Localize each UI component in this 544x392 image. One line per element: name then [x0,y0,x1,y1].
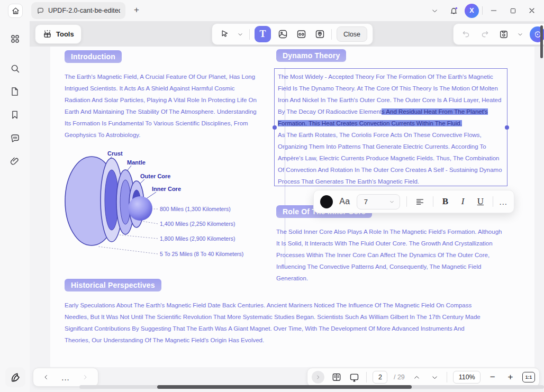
nav-more-button[interactable]: ... [60,372,71,382]
titlebar-dropdown-button[interactable] [427,3,442,19]
current-page-input[interactable]: 2 [373,371,387,384]
save-dropdown-button[interactable] [516,28,524,41]
more-format-options-button[interactable]: ... [499,197,507,206]
comments-button[interactable] [9,132,21,144]
historical-paragraph[interactable]: Early Speculations About The Earth's Mag… [65,299,488,346]
next-page-button[interactable] [429,371,440,383]
image-icon [277,29,288,40]
undo-icon [461,29,471,39]
cursor-icon [220,29,230,39]
edit-text-tool-button-active[interactable]: T [255,26,271,42]
chevron-down-icon [389,199,395,205]
diagram-measurement-crust: 5 To 25 Miles (8 To 40 Kilometers) [160,251,243,257]
paperclip-icon [10,156,20,167]
divider [482,6,483,15]
page-layout-button[interactable] [331,371,342,383]
font-size-value: 7 [364,198,368,206]
divider [331,29,332,40]
introduction-paragraph[interactable]: The Earth's Magnetic Field, A Crucial Fe… [65,71,259,141]
tools-gift-icon [42,29,52,39]
align-button[interactable] [413,195,427,208]
expand-panel-button[interactable] [312,371,324,384]
textbox-resize-handle-left[interactable] [273,125,277,130]
search-button[interactable] [9,62,21,74]
updf-logo-button[interactable] [5,367,25,387]
chevron-right-icon [81,373,89,381]
notifications-button[interactable] [446,3,461,19]
section-heading-historical[interactable]: Historical Perspectives [65,279,161,291]
history-save-toolbar [453,23,544,45]
edit-link-tool-button[interactable] [294,28,308,41]
page-thumbnails-button[interactable] [9,86,21,97]
close-window-button[interactable] [524,3,540,19]
select-tool-button[interactable] [217,28,231,41]
nav-back-button[interactable] [41,372,51,382]
document-tab[interactable]: UPDF-2.0-cant-be-edited [31,2,125,19]
inner-core-paragraph[interactable]: The Solid Inner Core Also Plays A Role I… [276,226,507,284]
divider [406,196,407,207]
divider [493,196,493,207]
minimize-icon [489,6,498,15]
previous-page-button[interactable] [411,371,422,383]
user-avatar[interactable]: X [465,4,479,18]
diagram-label-mantle: Mantle [127,159,146,166]
font-color-swatch[interactable] [320,195,333,208]
underline-button[interactable]: U [475,196,486,207]
search-icon [10,63,21,74]
earth-layers-diagram[interactable]: Crust Mantle Outer Core Inner Core 800 M… [61,146,230,267]
diagram-label-inner-core: Inner Core [152,186,181,192]
actual-size-button[interactable]: 1:1 [522,372,535,382]
save-button[interactable] [497,28,511,41]
new-tab-button[interactable]: + [131,5,142,15]
zoom-out-button[interactable]: − [487,372,498,382]
presentation-mode-button[interactable] [348,371,360,383]
edit-watermark-tool-button[interactable] [313,28,327,41]
updf-window: UPDF-2.0-cant-be-edited + X [0,0,544,392]
textbox-resize-handle-right[interactable] [505,125,509,130]
document-tab-title: UPDF-2.0-cant-be-edited [48,7,120,14]
undo-button[interactable] [459,28,473,41]
align-left-icon [415,197,425,207]
section-heading-dynamo-theory[interactable]: Dynamo Theory [276,49,346,62]
zoom-level-input[interactable]: 110% [453,371,480,384]
book-open-icon [331,372,342,382]
font-family-button[interactable]: Aa [339,197,350,206]
bookmark-icon [10,110,20,120]
maximize-button[interactable] [505,3,521,19]
chevron-down-icon [237,31,243,38]
text-tool-icon: T [259,29,266,40]
vertical-scrollbar-thumb[interactable] [540,25,543,58]
chevron-down-icon [517,31,523,38]
document-tab-icon [37,7,44,15]
home-button[interactable] [8,4,23,18]
page-icon [10,86,20,97]
chevron-up-icon [413,373,421,381]
italic-button[interactable]: I [457,196,468,207]
edit-image-tool-button[interactable] [276,28,289,41]
bold-button[interactable]: B [440,196,451,207]
attachments-button[interactable] [9,156,21,167]
dynamo-paragraph-2[interactable]: As The Earth Rotates, The Coriolis Force… [278,129,504,187]
document-canvas[interactable]: Introduction The Earth's Magnetic Field,… [30,47,544,392]
zoom-in-button[interactable]: + [504,372,516,382]
horizontal-scrollbar-thumb[interactable] [157,385,412,389]
selected-textbox[interactable]: The Most Widely - Accepted Theory For Th… [274,68,507,186]
tools-button[interactable]: Tools [35,24,81,44]
bookmarks-button[interactable] [9,109,21,121]
redo-button[interactable] [478,28,492,41]
horizontal-scrollbar-track[interactable] [79,385,544,389]
close-edit-mode-button[interactable]: Close [337,26,367,42]
minimize-button[interactable] [486,3,502,19]
redo-icon [480,29,490,39]
divider [249,29,250,40]
thumbnail-grid-button[interactable] [9,33,21,44]
titlebar-right: X [427,0,540,21]
comment-icon [10,133,21,144]
font-size-dropdown[interactable]: 7 [357,194,400,209]
nav-forward-button[interactable] [80,372,90,382]
select-tool-dropdown[interactable] [236,28,244,41]
dynamo-paragraph-1[interactable]: The Most Widely - Accepted Theory For Th… [278,71,504,129]
view-status-bar: 2 / 29 110% − + 1:1 [307,368,540,387]
section-heading-introduction[interactable]: Introduction [65,50,122,63]
left-sidebar [0,21,30,392]
